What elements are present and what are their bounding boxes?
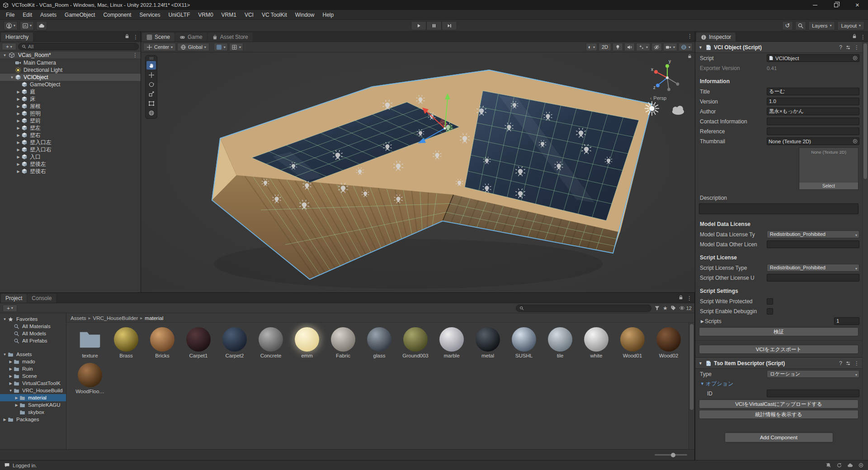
layers-dropdown[interactable]: Layers ▾	[808, 21, 835, 30]
inspector-scrollbar[interactable]	[862, 42, 868, 460]
hierarchy-item-壁左[interactable]: ▶壁左	[0, 124, 141, 132]
title-field[interactable]: るーむ	[767, 88, 859, 95]
model-other-license-field[interactable]	[767, 240, 859, 248]
scene-viewport[interactable]: y x z ‹ Persp	[141, 52, 695, 292]
show-statistics-button[interactable]: 統計情報を表示する	[699, 410, 859, 419]
notifications-muted-icon[interactable]	[826, 462, 831, 468]
lock-icon[interactable]	[124, 33, 130, 40]
project-asset-Wood01[interactable]: Wood01	[614, 326, 651, 358]
project-tree-item-Packages[interactable]: ▶Packages	[0, 416, 66, 423]
foldout-icon[interactable]: ▶	[15, 90, 21, 94]
menu-item-services[interactable]: Services	[135, 10, 164, 19]
foldout-icon[interactable]: ▼	[698, 361, 703, 366]
foldout-icon[interactable]: ▶	[15, 155, 21, 159]
project-asset-Carpet1[interactable]: Carpet1	[180, 326, 217, 358]
layout-dropdown[interactable]: Layout ▾	[837, 21, 864, 30]
foldout-icon[interactable]: ▼	[2, 352, 8, 357]
foldout-icon[interactable]: ▼	[2, 317, 8, 321]
breadcrumb-segment-VRC_HouseBuilder[interactable]: VRC_HouseBuilder	[93, 315, 138, 321]
tab-hierarchy[interactable]: Hierarchy	[1, 33, 33, 42]
project-asset-Concrete[interactable]: Concrete	[253, 326, 289, 358]
project-tree-item-Favorites[interactable]: ▼Favorites	[0, 315, 66, 323]
project-tree-item-All Models[interactable]: All Models	[0, 330, 66, 337]
foldout-icon[interactable]: ▶	[700, 319, 705, 324]
lock-icon[interactable]	[852, 33, 857, 40]
rotate-tool-button[interactable]	[146, 80, 156, 89]
menu-item-vrm0[interactable]: VRM0	[194, 10, 217, 19]
contact-information-field[interactable]	[767, 118, 859, 125]
foldout-icon[interactable]: ▶	[15, 133, 21, 137]
scripts-count-field[interactable]: 1	[834, 317, 859, 325]
hierarchy-item-Directional Light[interactable]: Directional Light	[0, 66, 141, 74]
projection-label[interactable]: ‹ Persp	[650, 95, 666, 101]
project-asset-emm[interactable]: emm	[289, 326, 325, 358]
foldout-icon[interactable]: ▼	[9, 75, 15, 80]
camera-settings-dropdown[interactable]: ▾	[663, 43, 677, 51]
foldout-icon[interactable]: ▶	[8, 374, 14, 378]
reference-field[interactable]	[767, 127, 859, 135]
background-tasks-icon[interactable]	[836, 462, 842, 468]
label-icon[interactable]	[670, 305, 676, 311]
foldout-icon[interactable]: ▼	[698, 45, 703, 50]
project-asset-Bricks[interactable]: Bricks	[144, 326, 180, 358]
hierarchy-item-入口[interactable]: ▶入口	[0, 153, 141, 160]
minimize-button[interactable]	[804, 0, 826, 10]
description-field[interactable]	[699, 203, 859, 214]
scene-viewport-canvas[interactable]: y x z	[141, 52, 695, 292]
transform-tool-button[interactable]	[146, 108, 156, 117]
add-component-button[interactable]: Add Component	[725, 432, 833, 442]
breadcrumb-segment-Assets[interactable]: Assets	[71, 315, 86, 321]
create-asset-button[interactable]: + ▾	[3, 305, 17, 312]
hierarchy-item-壁後左[interactable]: ▶壁後左	[0, 160, 141, 168]
project-tree-item-VirtualCastToolK[interactable]: ▶VirtualCastToolK	[0, 380, 66, 387]
project-tree-item-Assets[interactable]: ▼Assets	[0, 351, 66, 358]
model-data-license-dropdown[interactable]: Redistribution_Prohibited▾	[767, 230, 859, 238]
export-vci-button[interactable]: VCIをエクスポート	[699, 345, 859, 354]
foldout-icon[interactable]: ▶	[14, 403, 19, 407]
undo-history-button[interactable]: ↺	[782, 21, 793, 30]
foldout-icon[interactable]: ▶	[15, 162, 21, 166]
foldout-icon[interactable]: ▼	[8, 389, 14, 393]
project-scrollbar[interactable]	[689, 323, 694, 449]
tso-id-field[interactable]	[767, 390, 859, 397]
hierarchy-scene-row[interactable]: ▼ VCas_Room* ⋮	[0, 52, 141, 59]
breadcrumb-segment-material[interactable]: material	[145, 315, 163, 321]
hierarchy-item-庭[interactable]: ▶庭	[0, 88, 141, 95]
kebab-menu-icon[interactable]: ⋮	[687, 296, 692, 301]
tool-handle-position-dropdown[interactable]: Center ▾	[143, 43, 176, 51]
hierarchy-item-照明[interactable]: ▶照明	[0, 110, 141, 117]
project-tree-item-skybox[interactable]: skybox	[0, 409, 66, 416]
project-asset-white[interactable]: white	[578, 326, 614, 358]
hierarchy-search-input[interactable]: All	[18, 43, 139, 50]
foldout-icon[interactable]: ▶	[15, 126, 21, 130]
thumbnail-zoom-slider[interactable]	[655, 450, 687, 460]
thumbnail-object-field[interactable]: None (Texture 2D)	[767, 137, 859, 145]
move-tool-button[interactable]	[146, 70, 156, 79]
foldout-icon[interactable]: ▶	[2, 418, 8, 422]
favorite-search-icon[interactable]: ★	[663, 305, 668, 311]
kebab-menu-icon[interactable]: ⋮	[860, 34, 866, 40]
cloud-icon[interactable]	[36, 21, 47, 30]
projection-toggle-icon[interactable]: ‹	[650, 96, 651, 101]
project-asset-Carpet2[interactable]: Carpet2	[217, 326, 253, 358]
thumbnail-preview[interactable]: None (Texture 2D) Select	[799, 147, 859, 190]
project-asset-tile[interactable]: tile	[542, 326, 578, 358]
foldout-icon[interactable]: ▶	[8, 360, 14, 364]
restore-button[interactable]	[826, 0, 847, 10]
script-license-dropdown[interactable]: Redistribution_Prohibited▾	[767, 264, 859, 272]
rect-tool-button[interactable]	[146, 99, 156, 108]
foldout-icon[interactable]: ▶	[15, 119, 21, 123]
hierarchy-item-壁前[interactable]: ▶壁前	[0, 117, 141, 124]
project-tree-item-All Materials[interactable]: All Materials	[0, 323, 66, 330]
hand-tool-button[interactable]	[146, 61, 156, 70]
author-field[interactable]: 黒永×もっかん	[767, 108, 859, 115]
search-button[interactable]	[795, 21, 806, 30]
pause-button[interactable]	[426, 21, 442, 30]
help-icon[interactable]: ?	[839, 360, 842, 367]
version-field[interactable]: 1.0	[767, 98, 859, 105]
kebab-menu-icon[interactable]: ⋮	[132, 52, 138, 58]
project-tree-item-Scene[interactable]: ▶Scene	[0, 372, 66, 380]
project-tree-item-material[interactable]: ▶material	[0, 394, 66, 401]
project-asset-glass[interactable]: glass	[361, 326, 397, 358]
foldout-icon[interactable]: ▶	[15, 169, 21, 174]
